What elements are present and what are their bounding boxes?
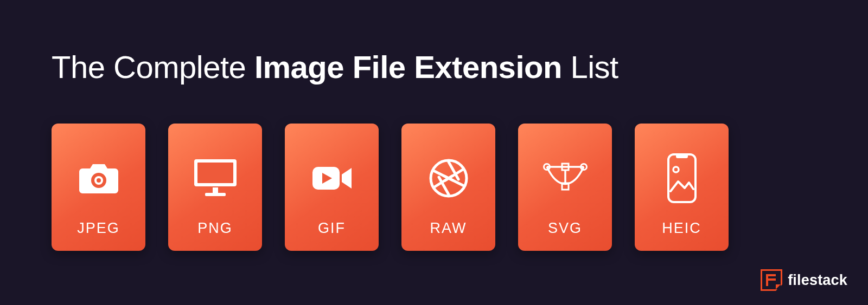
svg-rect-5 (213, 187, 218, 193)
svg-point-2 (97, 178, 101, 183)
svg-rect-22 (676, 154, 688, 158)
card-label: RAW (430, 220, 467, 237)
card-png: PNG (168, 124, 262, 251)
svg-point-23 (673, 167, 679, 172)
card-label: GIF (318, 220, 346, 237)
brand-name: filestack (788, 272, 847, 289)
title-prefix: The Complete (52, 49, 254, 85)
card-row: JPEG PNG GIF (52, 124, 729, 251)
card-svg: SVG (518, 124, 612, 251)
monitor-icon (192, 157, 239, 199)
vector-pen-icon (541, 161, 589, 195)
svg-rect-4 (197, 163, 233, 183)
brand-logo: filestack (761, 269, 847, 291)
card-jpeg: JPEG (52, 124, 145, 251)
title-bold: Image File Extension (254, 49, 562, 85)
card-gif: GIF (285, 124, 379, 251)
filestack-mark-icon (761, 269, 782, 291)
svg-rect-6 (205, 193, 226, 196)
svg-line-14 (433, 171, 453, 180)
title-suffix: List (562, 49, 618, 85)
card-label: PNG (197, 220, 233, 237)
card-heic: HEIC (635, 124, 729, 251)
phone-image-icon (666, 152, 698, 204)
video-camera-icon (310, 164, 354, 193)
page-title: The Complete Image File Extension List (52, 49, 618, 85)
card-raw: RAW (401, 124, 495, 251)
svg-rect-21 (668, 154, 695, 202)
card-label: SVG (548, 220, 582, 237)
card-label: HEIC (662, 220, 701, 237)
aperture-icon (428, 158, 469, 199)
card-label: JPEG (77, 220, 120, 237)
camera-icon (77, 161, 120, 196)
